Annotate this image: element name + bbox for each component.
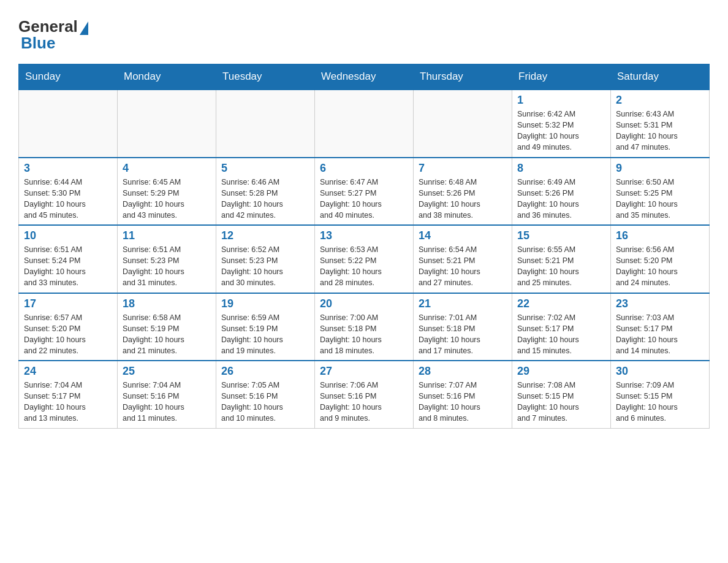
day-info: Sunrise: 7:05 AMSunset: 5:16 PMDaylight:… — [221, 380, 309, 424]
week-row-3: 10Sunrise: 6:51 AMSunset: 5:24 PMDayligh… — [19, 225, 710, 293]
calendar-cell: 9Sunrise: 6:50 AMSunset: 5:25 PMDaylight… — [611, 158, 710, 226]
logo: General Blue — [18, 12, 88, 53]
calendar-cell — [315, 90, 414, 158]
day-number: 6 — [320, 162, 408, 175]
day-info: Sunrise: 7:08 AMSunset: 5:15 PMDaylight:… — [517, 380, 605, 424]
day-number: 11 — [123, 229, 211, 242]
calendar-cell — [414, 90, 512, 158]
calendar-cell: 26Sunrise: 7:05 AMSunset: 5:16 PMDayligh… — [216, 361, 315, 428]
weekday-header-sunday: Sunday — [19, 64, 118, 90]
calendar-cell: 3Sunrise: 6:44 AMSunset: 5:30 PMDaylight… — [19, 158, 118, 226]
calendar-cell: 18Sunrise: 6:58 AMSunset: 5:19 PMDayligh… — [118, 293, 216, 361]
day-info: Sunrise: 6:42 AMSunset: 5:32 PMDaylight:… — [517, 109, 605, 153]
weekday-header-row: SundayMondayTuesdayWednesdayThursdayFrid… — [19, 64, 710, 90]
day-number: 29 — [517, 365, 605, 378]
week-row-5: 24Sunrise: 7:04 AMSunset: 5:17 PMDayligh… — [19, 361, 710, 428]
day-number: 14 — [419, 229, 507, 242]
day-info: Sunrise: 7:02 AMSunset: 5:17 PMDaylight:… — [517, 312, 605, 357]
day-number: 25 — [123, 365, 211, 378]
logo-triangle-icon — [80, 21, 88, 35]
calendar-cell: 10Sunrise: 6:51 AMSunset: 5:24 PMDayligh… — [19, 225, 118, 293]
calendar-cell: 19Sunrise: 6:59 AMSunset: 5:19 PMDayligh… — [216, 293, 315, 361]
calendar-cell — [216, 90, 315, 158]
page-header: General Blue — [18, 12, 710, 53]
calendar-cell: 23Sunrise: 7:03 AMSunset: 5:17 PMDayligh… — [611, 293, 710, 361]
day-number: 17 — [24, 297, 112, 310]
day-info: Sunrise: 6:54 AMSunset: 5:21 PMDaylight:… — [419, 244, 507, 289]
day-info: Sunrise: 6:57 AMSunset: 5:20 PMDaylight:… — [24, 312, 112, 357]
day-info: Sunrise: 7:01 AMSunset: 5:18 PMDaylight:… — [419, 312, 507, 357]
day-info: Sunrise: 7:00 AMSunset: 5:18 PMDaylight:… — [320, 312, 408, 357]
day-number: 4 — [123, 162, 211, 175]
weekday-header-friday: Friday — [512, 64, 611, 90]
day-number: 9 — [616, 162, 704, 175]
calendar-cell: 2Sunrise: 6:43 AMSunset: 5:31 PMDaylight… — [611, 90, 710, 158]
calendar-cell: 27Sunrise: 7:06 AMSunset: 5:16 PMDayligh… — [315, 361, 414, 428]
calendar-header: SundayMondayTuesdayWednesdayThursdayFrid… — [19, 64, 710, 90]
day-info: Sunrise: 6:44 AMSunset: 5:30 PMDaylight:… — [24, 177, 112, 221]
calendar-cell: 24Sunrise: 7:04 AMSunset: 5:17 PMDayligh… — [19, 361, 118, 428]
day-number: 30 — [616, 365, 704, 378]
calendar-cell — [19, 90, 118, 158]
day-info: Sunrise: 6:50 AMSunset: 5:25 PMDaylight:… — [616, 177, 704, 221]
day-info: Sunrise: 7:07 AMSunset: 5:16 PMDaylight:… — [419, 380, 507, 424]
week-row-2: 3Sunrise: 6:44 AMSunset: 5:30 PMDaylight… — [19, 158, 710, 226]
day-info: Sunrise: 6:59 AMSunset: 5:19 PMDaylight:… — [221, 312, 309, 357]
day-info: Sunrise: 6:45 AMSunset: 5:29 PMDaylight:… — [123, 177, 211, 221]
calendar-cell: 29Sunrise: 7:08 AMSunset: 5:15 PMDayligh… — [512, 361, 611, 428]
day-info: Sunrise: 6:53 AMSunset: 5:22 PMDaylight:… — [320, 244, 408, 289]
week-row-1: 1Sunrise: 6:42 AMSunset: 5:32 PMDaylight… — [19, 90, 710, 158]
calendar-cell: 11Sunrise: 6:51 AMSunset: 5:23 PMDayligh… — [118, 225, 216, 293]
day-number: 18 — [123, 297, 211, 310]
day-number: 3 — [24, 162, 112, 175]
day-info: Sunrise: 7:03 AMSunset: 5:17 PMDaylight:… — [616, 312, 704, 357]
calendar-cell: 22Sunrise: 7:02 AMSunset: 5:17 PMDayligh… — [512, 293, 611, 361]
calendar-cell: 14Sunrise: 6:54 AMSunset: 5:21 PMDayligh… — [414, 225, 512, 293]
day-number: 22 — [517, 297, 605, 310]
day-number: 10 — [24, 229, 112, 242]
day-info: Sunrise: 6:55 AMSunset: 5:21 PMDaylight:… — [517, 244, 605, 289]
day-info: Sunrise: 7:04 AMSunset: 5:16 PMDaylight:… — [123, 380, 211, 424]
day-number: 27 — [320, 365, 408, 378]
calendar-cell: 8Sunrise: 6:49 AMSunset: 5:26 PMDaylight… — [512, 158, 611, 226]
calendar-cell: 30Sunrise: 7:09 AMSunset: 5:15 PMDayligh… — [611, 361, 710, 428]
day-number: 24 — [24, 365, 112, 378]
calendar-cell: 16Sunrise: 6:56 AMSunset: 5:20 PMDayligh… — [611, 225, 710, 293]
day-info: Sunrise: 6:49 AMSunset: 5:26 PMDaylight:… — [517, 177, 605, 221]
calendar-cell: 28Sunrise: 7:07 AMSunset: 5:16 PMDayligh… — [414, 361, 512, 428]
calendar-cell: 4Sunrise: 6:45 AMSunset: 5:29 PMDaylight… — [118, 158, 216, 226]
day-number: 12 — [221, 229, 309, 242]
day-info: Sunrise: 6:47 AMSunset: 5:27 PMDaylight:… — [320, 177, 408, 221]
day-number: 5 — [221, 162, 309, 175]
calendar-cell: 12Sunrise: 6:52 AMSunset: 5:23 PMDayligh… — [216, 225, 315, 293]
calendar-body: 1Sunrise: 6:42 AMSunset: 5:32 PMDaylight… — [19, 90, 710, 428]
calendar-cell: 7Sunrise: 6:48 AMSunset: 5:26 PMDaylight… — [414, 158, 512, 226]
calendar-cell: 15Sunrise: 6:55 AMSunset: 5:21 PMDayligh… — [512, 225, 611, 293]
weekday-header-saturday: Saturday — [611, 64, 710, 90]
day-number: 1 — [517, 94, 605, 107]
weekday-header-tuesday: Tuesday — [216, 64, 315, 90]
calendar-cell — [118, 90, 216, 158]
day-number: 28 — [419, 365, 507, 378]
day-info: Sunrise: 7:09 AMSunset: 5:15 PMDaylight:… — [616, 380, 704, 424]
day-info: Sunrise: 7:06 AMSunset: 5:16 PMDaylight:… — [320, 380, 408, 424]
day-info: Sunrise: 6:46 AMSunset: 5:28 PMDaylight:… — [221, 177, 309, 221]
calendar-cell: 13Sunrise: 6:53 AMSunset: 5:22 PMDayligh… — [315, 225, 414, 293]
calendar-cell: 25Sunrise: 7:04 AMSunset: 5:16 PMDayligh… — [118, 361, 216, 428]
day-number: 21 — [419, 297, 507, 310]
day-number: 8 — [517, 162, 605, 175]
day-number: 13 — [320, 229, 408, 242]
calendar-cell: 6Sunrise: 6:47 AMSunset: 5:27 PMDaylight… — [315, 158, 414, 226]
calendar-cell: 21Sunrise: 7:01 AMSunset: 5:18 PMDayligh… — [414, 293, 512, 361]
calendar-cell: 5Sunrise: 6:46 AMSunset: 5:28 PMDaylight… — [216, 158, 315, 226]
day-number: 19 — [221, 297, 309, 310]
day-number: 2 — [616, 94, 704, 107]
day-info: Sunrise: 6:51 AMSunset: 5:23 PMDaylight:… — [123, 244, 211, 289]
weekday-header-wednesday: Wednesday — [315, 64, 414, 90]
day-info: Sunrise: 6:51 AMSunset: 5:24 PMDaylight:… — [24, 244, 112, 289]
day-info: Sunrise: 6:56 AMSunset: 5:20 PMDaylight:… — [616, 244, 704, 289]
calendar-table: SundayMondayTuesdayWednesdayThursdayFrid… — [18, 64, 710, 429]
day-info: Sunrise: 6:58 AMSunset: 5:19 PMDaylight:… — [123, 312, 211, 357]
weekday-header-thursday: Thursday — [414, 64, 512, 90]
calendar-cell: 20Sunrise: 7:00 AMSunset: 5:18 PMDayligh… — [315, 293, 414, 361]
